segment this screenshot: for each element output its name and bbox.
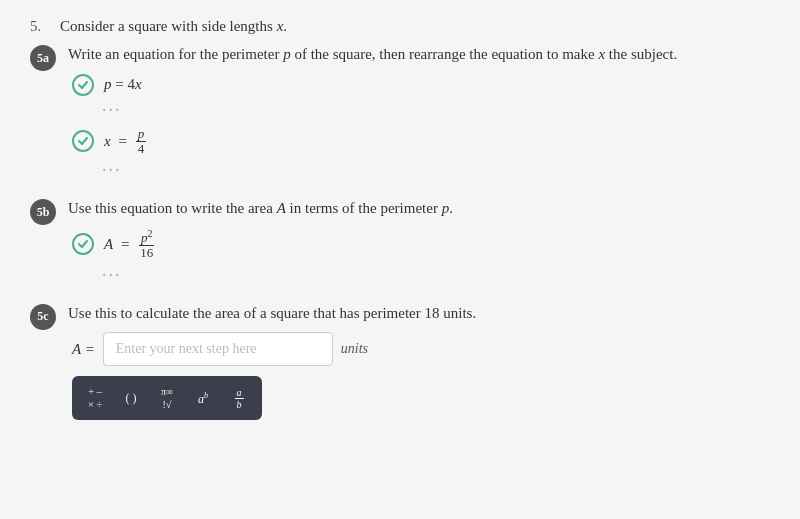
question-5c: Use this to calculate the area of a squa…	[68, 302, 770, 325]
math-5b-1: A = p2 16	[104, 228, 156, 261]
check-icon-5a-2	[72, 130, 94, 152]
problem-header: 5. Consider a square with side lengths x…	[30, 18, 770, 35]
section-5a: 5a Write an equation for the perimeter p…	[30, 43, 770, 187]
input-prefix-label: A =	[72, 341, 95, 358]
dots-5b-1: ···	[102, 265, 770, 286]
parens-button[interactable]: ( )	[115, 381, 147, 415]
power-button[interactable]: ab	[187, 381, 219, 415]
answer-5a-1: p = 4x	[72, 74, 770, 96]
math-toolbar: + – × ÷ ( ) π∞ !√	[72, 376, 262, 420]
badge-5c: 5c	[30, 304, 56, 330]
check-icon-5a-1	[72, 74, 94, 96]
answer-5b-1: A = p2 16	[72, 228, 770, 261]
input-row-5c: A = units	[72, 332, 770, 366]
pi-sqrt-button[interactable]: π∞ !√	[151, 381, 183, 415]
question-5a: Write an equation for the perimeter p of…	[68, 43, 770, 66]
fraction-button[interactable]: a b	[223, 381, 255, 415]
section-5b: 5b Use this equation to write the area A…	[30, 197, 770, 291]
section-5a-content: Write an equation for the perimeter p of…	[68, 43, 770, 187]
badge-5a: 5a	[30, 45, 56, 71]
problem-number-label: 5.	[30, 18, 50, 35]
problem-title: Consider a square with side lengths x.	[60, 18, 287, 35]
dots-5a-1: ···	[102, 100, 770, 121]
math-5a-2: x = p 4	[104, 127, 147, 157]
badge-5b: 5b	[30, 199, 56, 225]
units-label: units	[341, 341, 368, 357]
step-input-5c[interactable]	[103, 332, 333, 366]
section-5b-content: Use this equation to write the area A in…	[68, 197, 770, 291]
answer-5a-2: x = p 4	[72, 127, 770, 157]
math-5a-1: p = 4x	[104, 76, 142, 93]
page: 5. Consider a square with side lengths x…	[0, 0, 800, 448]
dots-5a-2: ···	[102, 160, 770, 181]
question-5b: Use this equation to write the area A in…	[68, 197, 770, 220]
check-icon-5b-1	[72, 233, 94, 255]
ops-button[interactable]: + – × ÷	[79, 381, 111, 415]
section-5c: 5c Use this to calculate the area of a s…	[30, 302, 770, 421]
section-5c-content: Use this to calculate the area of a squa…	[68, 302, 770, 421]
